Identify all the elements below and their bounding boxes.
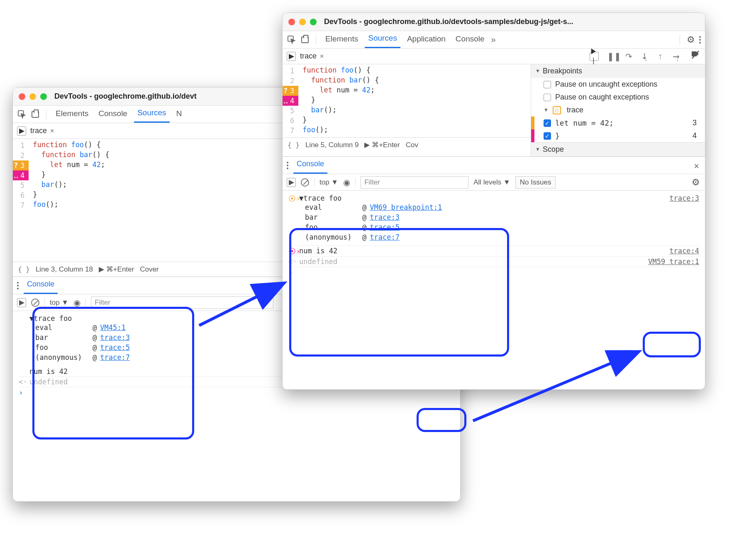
more-tabs[interactable]: » <box>491 35 496 44</box>
stack-link[interactable]: trace:5 <box>370 223 400 231</box>
clear-icon[interactable] <box>31 299 39 307</box>
clear-icon[interactable] <box>301 178 309 187</box>
tab-console[interactable]: Console <box>95 107 131 122</box>
stack-link[interactable]: VM45:1 <box>100 323 125 332</box>
breakpoints-header[interactable]: ▼Breakpoints <box>531 64 705 78</box>
navigator-icon[interactable]: ▶ <box>287 52 296 61</box>
tab-sources[interactable]: Sources <box>365 31 400 48</box>
context-icon[interactable]: ▶ <box>287 178 296 187</box>
step-over-icon[interactable]: ↷ <box>623 51 634 61</box>
pretty-print-icon[interactable] <box>18 265 30 274</box>
tab-more[interactable]: N <box>173 107 185 122</box>
file-tab[interactable]: trace× <box>30 126 54 135</box>
drawer-console-tab[interactable]: Console <box>24 277 58 294</box>
stack-link[interactable]: trace:7 <box>100 353 130 362</box>
context-icon[interactable]: ▶ <box>17 298 26 307</box>
filter-input[interactable]: Filter <box>361 176 468 189</box>
stack-link[interactable]: VM69 breakpoint:1 <box>370 203 442 211</box>
zoom-dot[interactable] <box>40 93 47 100</box>
bp-line: 4 <box>693 131 697 140</box>
context-select[interactable]: top ▼ <box>319 178 338 187</box>
tab-elements[interactable]: Elements <box>52 107 92 122</box>
log-source-link[interactable]: trace:4 <box>669 247 699 255</box>
pause-icon[interactable]: ❚❚ <box>607 51 619 61</box>
status-line: Line 5, Column 9 ▶ ⌘+Enter Cov <box>283 137 531 152</box>
close-dot[interactable] <box>19 93 25 100</box>
checkbox-icon[interactable] <box>544 132 551 140</box>
cursor-pos: Line 3, Column 18 <box>36 265 93 274</box>
more-icon[interactable]: ▶〡 <box>590 52 599 61</box>
bp-line: 3 <box>693 119 697 127</box>
gear-icon[interactable] <box>686 35 696 45</box>
deactivate-bp-icon[interactable] <box>690 50 701 62</box>
inspect-icon[interactable] <box>17 109 27 119</box>
pretty-print-icon[interactable] <box>288 141 300 149</box>
bp-item[interactable]: }4 <box>531 129 705 142</box>
console-prompt[interactable]: › <box>288 267 699 277</box>
checkbox-icon[interactable] <box>544 81 551 88</box>
code-editor[interactable]: function foo() { function bar() { let nu… <box>298 64 531 137</box>
pause-uncaught[interactable]: Pause on uncaught exceptions <box>531 78 705 91</box>
navigator-icon[interactable]: ▶ <box>17 126 26 136</box>
inspect-icon[interactable] <box>287 35 297 45</box>
minimize-dot[interactable] <box>29 93 36 100</box>
line-gutter[interactable]: 1234567 <box>13 139 29 212</box>
kebab-icon[interactable] <box>699 36 701 44</box>
pause-caught[interactable]: Pause on caught exceptions <box>531 91 705 104</box>
kebab-icon[interactable] <box>287 162 288 169</box>
main-toolbar: Elements Sources Application Console » <box>283 31 705 49</box>
tab-application[interactable]: Application <box>404 32 449 48</box>
gear-icon[interactable] <box>691 177 701 187</box>
device-icon[interactable] <box>30 109 40 119</box>
kebab-icon[interactable] <box>17 282 19 289</box>
file-tab-label: trace <box>300 52 317 61</box>
editor-area: 1234567 function foo() { function bar() … <box>283 64 705 156</box>
close-icon[interactable]: × <box>50 127 54 135</box>
zoom-dot[interactable] <box>310 19 317 25</box>
trace-head[interactable]: ▼trace foo <box>299 194 669 202</box>
file-tab[interactable]: trace× <box>300 52 324 61</box>
file-icon: ⟨⟩ <box>553 106 561 114</box>
device-icon[interactable] <box>300 35 310 45</box>
bp-text: } <box>555 131 560 140</box>
scope-label: Scope <box>543 145 564 154</box>
close-icon[interactable]: × <box>320 53 324 60</box>
stack-link[interactable]: trace:7 <box>370 233 400 241</box>
step-icon[interactable]: →̣ <box>670 51 682 61</box>
tab-sources[interactable]: Sources <box>134 106 170 123</box>
traffic-lights <box>19 93 47 100</box>
close-icon[interactable]: × <box>694 161 699 172</box>
close-dot[interactable] <box>288 19 295 25</box>
minimize-dot[interactable] <box>299 19 306 25</box>
coverage: Cover <box>140 265 159 274</box>
undef-text: undefined <box>299 257 648 266</box>
filter-input[interactable]: Filter <box>91 296 273 309</box>
console-trace[interactable]: ⦿› ▼trace foo eval@ VM69 breakpoint:1bar… <box>288 193 699 243</box>
issues-button[interactable]: No Issues <box>515 176 556 189</box>
bp-file[interactable]: ▼⟨⟩trace <box>531 104 705 117</box>
live-expression-icon[interactable] <box>73 298 80 308</box>
num-log: num is 42 <box>299 247 669 255</box>
line-gutter[interactable]: 1234567 <box>283 64 298 137</box>
live-expression-icon[interactable] <box>343 177 350 187</box>
levels-select[interactable]: All levels ▼ <box>473 178 510 187</box>
debugger-sidebar: ▼Breakpoints Pause on uncaught exception… <box>531 64 705 156</box>
tab-elements[interactable]: Elements <box>322 32 361 48</box>
checkbox-icon[interactable] <box>544 94 551 101</box>
step-into-icon[interactable]: ↓̣ <box>639 51 650 61</box>
scope-header[interactable]: ▼Scope <box>531 143 705 156</box>
stack-link[interactable]: trace:5 <box>100 343 130 352</box>
tab-console[interactable]: Console <box>452 32 488 48</box>
file-tab-label: trace <box>30 126 47 135</box>
undef-source-link[interactable]: VM59 trace:1 <box>648 257 699 266</box>
trace-source-link[interactable]: trace:3 <box>669 194 699 202</box>
bp-item[interactable]: let num = 42;3 <box>531 117 705 129</box>
checkbox-icon[interactable] <box>544 119 551 127</box>
context-select[interactable]: top ▼ <box>50 299 68 307</box>
bp-text: let num = 42; <box>555 119 614 127</box>
stack-link[interactable]: trace:3 <box>370 213 400 221</box>
drawer-console-tab[interactable]: Console <box>293 157 327 174</box>
stack-link[interactable]: trace:3 <box>100 333 130 342</box>
step-out-icon[interactable]: ↑ <box>654 51 666 61</box>
cursor-pos: Line 5, Column 9 <box>305 141 359 149</box>
